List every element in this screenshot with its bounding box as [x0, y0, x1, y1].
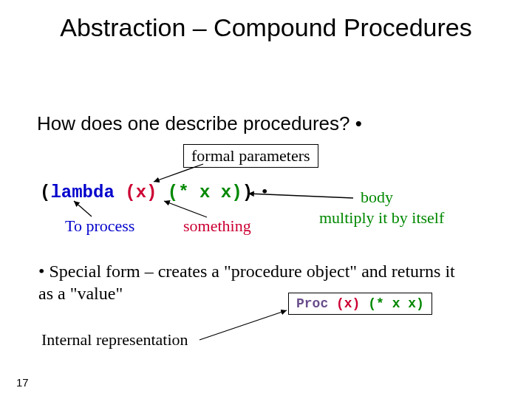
slide-title: Abstraction – Compound Procedures: [0, 13, 532, 42]
something-label: something: [183, 216, 251, 236]
body-segment: (* x x): [157, 183, 242, 202]
params-segment: (x): [115, 183, 157, 202]
close-paren: ): [242, 183, 253, 202]
svg-line-4: [200, 310, 287, 340]
svg-line-1: [74, 201, 92, 216]
multiply-label: multiply it by itself: [319, 208, 444, 228]
page-number: 17: [16, 376, 29, 389]
lambda-code: (lambda (x) (* x x)) •: [40, 182, 267, 202]
body-label: body: [361, 188, 393, 207]
to-process-label: To process: [65, 216, 134, 236]
subtitle-line: How does one describe procedures? •: [37, 112, 362, 135]
code-bullet: •: [253, 182, 267, 201]
proc-keyword: Proc: [296, 296, 328, 311]
formal-parameters-box: formal parameters: [183, 144, 318, 168]
svg-line-2: [164, 201, 207, 217]
proc-object-box: Proc (x) (* x x): [288, 293, 432, 315]
proc-body: (* x x): [360, 296, 423, 311]
lambda-keyword: lambda: [50, 183, 114, 202]
proc-params: (x): [328, 296, 360, 311]
open-paren: (: [40, 183, 50, 202]
internal-representation-label: Internal representation: [41, 330, 188, 349]
